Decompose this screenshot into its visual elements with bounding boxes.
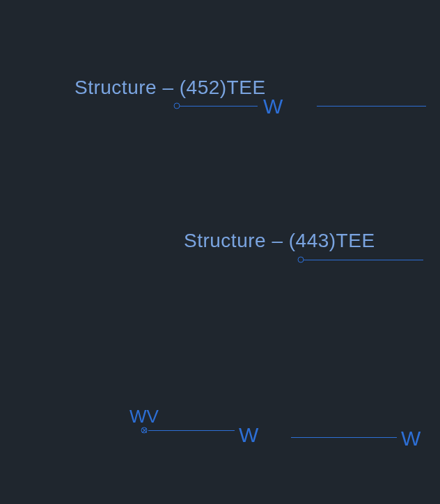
structure-label-443: Structure – (443)TEE — [184, 230, 375, 252]
pipe-segment[interactable] — [148, 430, 235, 431]
pipe-segment[interactable] — [291, 437, 397, 438]
water-marker: W — [239, 425, 258, 446]
pipe-segment[interactable] — [317, 106, 426, 107]
water-marker: W — [263, 96, 283, 117]
structure-label-452: Structure – (452)TEE — [74, 77, 266, 99]
water-marker: W — [401, 428, 421, 449]
pipe-segment[interactable] — [304, 260, 423, 260]
water-valve-marker: WV — [129, 407, 159, 425]
valve-node[interactable] — [141, 427, 148, 434]
pipe-segment[interactable] — [180, 106, 258, 107]
cad-canvas[interactable]: Structure – (452)TEE W Structure – (443)… — [0, 0, 440, 504]
